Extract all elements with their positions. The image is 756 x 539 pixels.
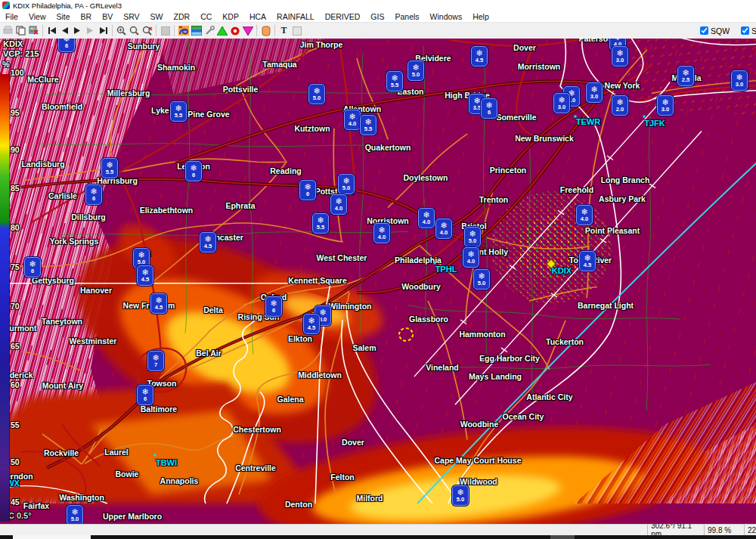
snow-report-badge[interactable]: ❄4.0 — [373, 223, 390, 243]
zoom-in-icon[interactable] — [115, 24, 128, 37]
last-frame-icon[interactable] — [97, 24, 110, 37]
city-label: Cape May Court House — [435, 456, 522, 465]
city-label: Gettysburg — [32, 276, 74, 285]
snow-report-badge[interactable]: ❄4.5 — [137, 265, 153, 286]
snow-report-badge[interactable]: ❄5.5 — [386, 71, 403, 91]
taskbar-item[interactable] — [550, 535, 575, 539]
snow-report-badge[interactable]: ❄3.0 — [731, 70, 748, 91]
print-icon[interactable] — [2, 24, 14, 37]
snow-report-badge[interactable]: ❄4.0 — [344, 110, 361, 130]
snow-report-badge[interactable]: ❄6 — [58, 39, 75, 52]
scale-tick-label: 65 — [11, 342, 20, 351]
city-label: Morristown — [518, 62, 561, 71]
snow-report-badge[interactable]: ❄5.5 — [101, 158, 118, 178]
export-image-icon[interactable] — [27, 24, 40, 37]
window-icon[interactable] — [290, 24, 303, 37]
city-label: Carlisle — [48, 191, 77, 200]
menu-item-sw[interactable]: SW — [145, 12, 169, 21]
menu-item-panels[interactable]: Panels — [389, 12, 424, 21]
snow-report-badge[interactable]: ❄2.5 — [677, 66, 694, 86]
tools-icon[interactable] — [203, 24, 215, 37]
snow-report-badge[interactable]: ❄7 — [147, 351, 164, 371]
menu-bar: FileViewSiteBRBVSRVSWZDRCCKDPHCARAINFALL… — [0, 11, 756, 22]
snow-report-badge[interactable]: ❄6 — [85, 184, 102, 205]
snow-report-badge[interactable]: ❄5.0 — [452, 485, 469, 506]
first-frame-icon[interactable] — [45, 24, 58, 37]
next-frame-icon[interactable] — [84, 24, 97, 37]
menu-item-zdr[interactable]: ZDR — [169, 12, 196, 21]
snow-report-badge[interactable]: ❄4.5 — [303, 314, 320, 334]
snow-report-badge[interactable]: ❄3.0 — [612, 46, 628, 67]
copy-icon[interactable] — [14, 24, 27, 37]
snow-report-badge[interactable]: ❄4.0 — [576, 205, 593, 225]
menu-item-bv[interactable]: BV — [97, 12, 118, 21]
menu-item-cc[interactable]: CC — [195, 12, 217, 21]
radar-map[interactable]: McClureSunburyShamokinTamaquaJim ThorpeP… — [0, 39, 756, 524]
velocity-palette-icon[interactable] — [190, 24, 203, 37]
menu-item-windows[interactable]: Windows — [425, 12, 468, 21]
snow-report-badge[interactable]: ❄5.0 — [407, 60, 424, 81]
city-label: Elkton — [288, 334, 312, 343]
sm-checkbox[interactable]: SM — [741, 26, 756, 36]
city-label: Long Branch — [601, 175, 650, 184]
snow-report-badge[interactable]: ❄6 — [24, 257, 41, 277]
play-icon[interactable] — [71, 24, 84, 37]
menu-item-site[interactable]: Site — [51, 12, 76, 21]
sm-checkbox-input[interactable] — [741, 26, 749, 35]
sqw-checkbox[interactable]: SQW — [700, 26, 730, 36]
city-label: Barnegat Light — [578, 301, 634, 310]
city-label: Baltimore — [141, 404, 177, 414]
snow-report-badge[interactable]: ❄4.5 — [200, 232, 216, 252]
snow-report-badge[interactable]: ❄5.0 — [338, 174, 355, 194]
scale-tick-label: 75 — [11, 262, 20, 271]
snow-report-badge[interactable]: ❄6 — [137, 385, 153, 405]
snow-report-badge[interactable]: ❄4.0 — [435, 218, 452, 239]
orange-marker-icon[interactable] — [259, 24, 272, 37]
menu-item-view[interactable]: View — [23, 12, 51, 21]
menu-item-kdp[interactable]: KDP — [217, 12, 244, 21]
prev-frame-icon[interactable] — [58, 24, 71, 37]
city-label: Mount Airy — [42, 381, 83, 390]
snow-report-badge[interactable]: ❄4.0 — [463, 247, 479, 268]
snow-report-badge[interactable]: ❄4.0 — [418, 208, 435, 228]
snow-report-badge[interactable]: ❄5.5 — [360, 115, 376, 135]
snow-report-badge[interactable]: ❄6 — [481, 98, 497, 119]
menu-item-hca[interactable]: HCA — [244, 12, 271, 21]
snow-report-badge[interactable]: ❄4.5 — [150, 293, 167, 314]
menu-item-srv[interactable]: SRV — [118, 12, 144, 21]
menu-item-help[interactable]: Help — [467, 12, 494, 21]
snow-report-badge[interactable]: ❄5.0 — [308, 84, 325, 104]
magenta-triangle-marker-icon[interactable] — [241, 24, 254, 37]
zoom-out-icon[interactable] — [141, 24, 153, 37]
snow-report-badge[interactable]: ❄3.0 — [657, 95, 674, 116]
menu-item-gis[interactable]: GIS — [365, 12, 389, 21]
red-circle-marker-icon[interactable] — [228, 24, 241, 37]
snow-report-badge[interactable]: ❄3.0 — [586, 82, 603, 103]
snow-report-badge[interactable]: ❄2.0 — [612, 95, 628, 116]
status-message-segment — [0, 525, 647, 535]
snow-report-badge[interactable]: ❄4.0 — [330, 194, 347, 215]
snow-report-badge[interactable]: ❄4.5 — [579, 251, 596, 271]
menu-item-file[interactable]: File — [0, 12, 23, 21]
snow-report-badge[interactable]: ❄5.0 — [464, 227, 481, 247]
sm-checkbox-label: SM — [751, 26, 756, 36]
zoom-reset-icon[interactable] — [128, 24, 141, 37]
sqw-checkbox-input[interactable] — [700, 26, 708, 35]
snow-report-badge[interactable]: ❄5.5 — [312, 213, 329, 234]
menu-item-derived[interactable]: DERIVED — [320, 12, 366, 21]
snow-report-badge[interactable]: ❄3.0 — [553, 93, 570, 113]
taskbar-active-app[interactable] — [13, 535, 91, 539]
snow-report-badge[interactable]: ❄4.5 — [471, 46, 488, 67]
reflectivity-palette-icon[interactable] — [177, 24, 190, 37]
snow-report-badge[interactable]: ❄6 — [265, 296, 282, 317]
green-triangle-marker-icon[interactable] — [215, 24, 228, 37]
menu-item-rainfall[interactable]: RAINFALL — [271, 12, 320, 21]
snow-report-badge[interactable]: ❄6 — [299, 180, 316, 200]
menu-item-br[interactable]: BR — [76, 12, 98, 21]
snow-report-badge[interactable]: ❄5.0 — [473, 269, 490, 290]
snow-report-badge[interactable]: ❄5.0 — [67, 505, 83, 524]
pan-icon[interactable] — [159, 24, 172, 37]
text-tool-icon[interactable]: T — [277, 24, 290, 37]
snow-report-badge[interactable]: ❄5.5 — [170, 101, 187, 122]
snow-report-badge[interactable]: ❄6 — [185, 161, 202, 181]
